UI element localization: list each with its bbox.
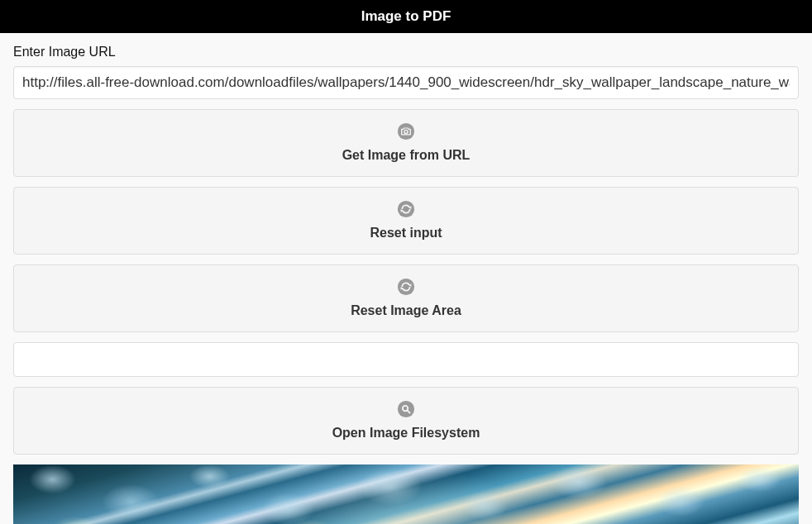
svg-point-1 (398, 201, 414, 217)
reset-area-label: Reset Image Area (351, 303, 461, 318)
svg-point-3 (398, 401, 414, 417)
url-label: Enter Image URL (13, 45, 799, 60)
svg-point-0 (398, 123, 414, 140)
get-image-button[interactable]: Get Image from URL (13, 109, 799, 177)
reset-input-label: Reset input (370, 226, 442, 241)
camera-icon (396, 121, 416, 141)
reset-area-button[interactable]: Reset Image Area (13, 264, 799, 332)
app-header: Image to PDF (0, 0, 812, 33)
refresh-icon (396, 199, 416, 219)
open-filesystem-label: Open Image Filesystem (332, 426, 480, 441)
refresh-icon (396, 277, 416, 297)
open-filesystem-button[interactable]: Open Image Filesystem (13, 387, 799, 455)
svg-point-2 (398, 279, 414, 295)
main-content: Enter Image URL Get Image from URL Reset… (0, 33, 812, 524)
search-icon (396, 399, 416, 419)
reset-input-button[interactable]: Reset input (13, 187, 799, 255)
image-url-input[interactable] (13, 66, 799, 99)
file-input-row[interactable] (13, 342, 799, 377)
image-preview (13, 464, 799, 524)
get-image-label: Get Image from URL (342, 148, 470, 163)
app-title: Image to PDF (361, 8, 451, 24)
